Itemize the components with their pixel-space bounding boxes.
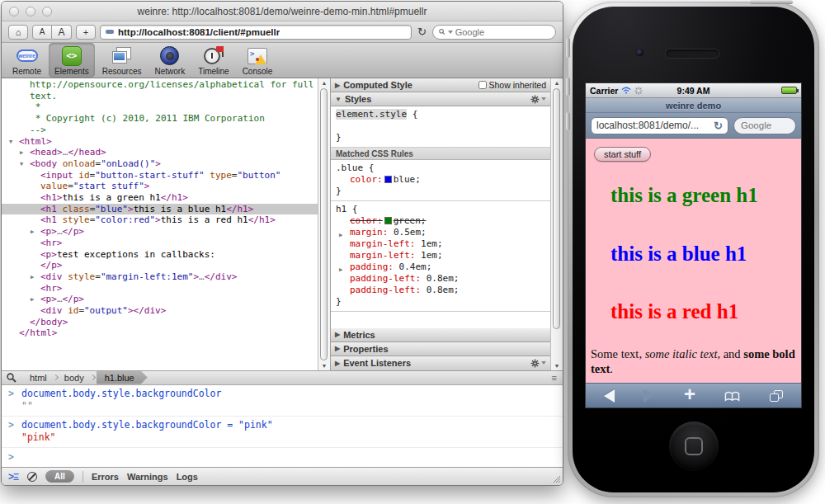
- source-line[interactable]: <p>test exceptions in callbacks:: [2, 249, 318, 261]
- forward-icon[interactable]: [644, 389, 654, 403]
- css-property[interactable]: ▶padding: 0.4em;: [336, 261, 545, 273]
- console-command[interactable]: >document.body.style.backgroundColor: [2, 388, 563, 400]
- disclosure-expanded-icon[interactable]: ▼: [20, 159, 23, 171]
- element-style-rule[interactable]: element.style { }: [331, 106, 550, 148]
- mobile-search-input[interactable]: [741, 120, 789, 130]
- source-line[interactable]: *: [2, 101, 318, 113]
- source-line[interactable]: * Copyright (c) 2010, 2011 IBM Corporati…: [2, 113, 318, 125]
- disclosure-collapsed-icon[interactable]: ▶: [31, 227, 34, 238]
- clear-console-icon[interactable]: [27, 472, 37, 482]
- event-listeners-section[interactable]: ▶ Event Listeners: [331, 356, 550, 370]
- filter-warnings-button[interactable]: Warnings: [127, 472, 168, 482]
- volume-down-button[interactable]: [566, 112, 570, 130]
- styles-section[interactable]: ▼ Styles: [331, 92, 550, 106]
- source-line[interactable]: <input id="button-start-stuff" type="but…: [2, 170, 318, 192]
- tab-remote[interactable]: weinre Remote: [7, 43, 47, 78]
- scrollbar-thumb[interactable]: [553, 88, 560, 329]
- source-line[interactable]: ▶<div style="margin-left:1em">…</div>: [2, 271, 318, 283]
- source-line[interactable]: </html>: [2, 327, 318, 339]
- metrics-section[interactable]: ▶ Metrics: [331, 328, 550, 342]
- source-line[interactable]: ▶<p>…</p>: [2, 294, 318, 305]
- elements-tree-scrollbar[interactable]: ▲ ▼: [318, 78, 330, 370]
- address-bar[interactable]: http://localhost:8081/client/#pmuellr: [100, 25, 412, 40]
- scroll-up-icon[interactable]: ▲: [551, 80, 563, 86]
- new-tab-button[interactable]: +: [76, 25, 96, 40]
- element-style-selector[interactable]: element.style: [336, 109, 407, 120]
- mobile-address-bar[interactable]: localhost:8081/demo/... ↻: [591, 117, 728, 134]
- source-line[interactable]: <h1>this is a green h1</h1>: [2, 192, 318, 204]
- console-drawer-toggle-icon[interactable]: ≡: [552, 373, 558, 383]
- disclosure-expanded-icon[interactable]: ▼: [335, 96, 342, 103]
- home-button[interactable]: ⌂: [8, 25, 28, 40]
- search-input[interactable]: [455, 27, 549, 37]
- css-rule[interactable]: h1 {color:green;▶margin: 0.5em;margin-le…: [331, 201, 550, 312]
- bookmarks-icon[interactable]: [724, 390, 740, 402]
- add-bookmark-icon[interactable]: +: [684, 384, 695, 404]
- search-options-caret-icon[interactable]: [448, 31, 453, 34]
- show-console-icon[interactable]: >Ξ: [8, 471, 19, 483]
- disclosure-collapsed-icon[interactable]: ▶: [31, 272, 34, 284]
- css-property[interactable]: margin-left: 1em;: [336, 238, 545, 250]
- event-listeners-gear-menu[interactable]: [530, 359, 546, 368]
- scroll-down-icon[interactable]: ▼: [551, 363, 563, 369]
- source-line[interactable]: <hr>: [2, 238, 318, 249]
- tab-timeline[interactable]: Timeline: [192, 43, 234, 78]
- source-line[interactable]: <hr>: [2, 283, 318, 294]
- source-line[interactable]: </body>: [2, 317, 318, 328]
- source-line[interactable]: <div id="output"></div>: [2, 305, 318, 317]
- tab-resources[interactable]: Resources: [97, 43, 148, 78]
- source-line[interactable]: ▼<html>: [2, 136, 318, 148]
- tab-elements[interactable]: <> Elements: [49, 43, 95, 78]
- css-property[interactable]: color:green;: [336, 215, 545, 227]
- source-line[interactable]: -->: [2, 125, 318, 136]
- scroll-up-icon[interactable]: ▲: [318, 80, 330, 86]
- console-prompt[interactable]: >: [2, 448, 563, 451]
- browser-search-field[interactable]: [432, 25, 556, 40]
- source-line[interactable]: ▶<p>…</p>: [2, 226, 318, 238]
- disclosure-collapsed-icon[interactable]: ▶: [335, 345, 340, 352]
- pages-icon[interactable]: [770, 390, 783, 402]
- disclosure-collapsed-icon[interactable]: ▶: [335, 360, 340, 367]
- styles-gear-menu[interactable]: [530, 95, 546, 104]
- power-button[interactable]: [750, 0, 793, 4]
- css-property[interactable]: color:blue;: [336, 174, 545, 186]
- disclosure-collapsed-icon[interactable]: ▶: [335, 82, 340, 89]
- filter-errors-button[interactable]: Errors: [92, 472, 119, 482]
- css-rule[interactable]: .blue {color:blue;}: [331, 160, 550, 201]
- breadcrumb-item-html[interactable]: html: [25, 372, 52, 384]
- source-line[interactable]: <h1 class="blue">this is a blue h1</h1>: [2, 204, 318, 215]
- search-icon[interactable]: [7, 373, 16, 383]
- tab-network[interactable]: Network: [149, 43, 191, 78]
- start-stuff-button[interactable]: start stuff: [594, 147, 651, 162]
- filter-all-button[interactable]: All: [45, 470, 74, 483]
- css-property[interactable]: padding-left: 0.8em;: [336, 273, 545, 285]
- source-line[interactable]: ▶<head>…</head>: [2, 147, 318, 158]
- font-smaller-button[interactable]: A: [32, 25, 52, 40]
- source-line[interactable]: <h1 style="color:red">this is a red h1</…: [2, 214, 318, 226]
- styles-scrollbar[interactable]: ▲ ▼: [550, 78, 563, 370]
- show-inherited-checkbox[interactable]: [478, 81, 487, 89]
- volume-up-button[interactable]: [566, 78, 570, 96]
- disclosure-collapsed-icon[interactable]: ▶: [31, 294, 34, 306]
- disclosure-expanded-icon[interactable]: ▼: [9, 137, 12, 148]
- font-larger-button[interactable]: A: [52, 25, 72, 40]
- css-property[interactable]: padding-left: 0.8em;: [336, 285, 545, 296]
- disclosure-collapsed-icon[interactable]: ▶: [335, 331, 340, 338]
- mute-switch[interactable]: [566, 38, 570, 58]
- console-panel[interactable]: >document.body.style.backgroundColor"">d…: [2, 385, 563, 468]
- mobile-search-field[interactable]: [733, 117, 796, 134]
- window-titlebar[interactable]: weinre: http://localhost:8081/demo/weinr…: [2, 2, 563, 21]
- properties-section[interactable]: ▶ Properties: [331, 342, 550, 356]
- source-line[interactable]: ▼<body onload="onLoad()">: [2, 158, 318, 170]
- mobile-reload-icon[interactable]: ↻: [714, 120, 723, 132]
- css-property[interactable]: margin-left: 1em;: [336, 250, 545, 261]
- disclosure-collapsed-icon[interactable]: ▶: [20, 148, 23, 159]
- scroll-down-icon[interactable]: ▼: [318, 363, 330, 369]
- scrollbar-thumb[interactable]: [320, 88, 328, 360]
- breadcrumb-item-h1.blue[interactable]: h1.blue: [97, 371, 148, 384]
- computed-style-section[interactable]: ▶ Computed Style Show inherited: [331, 78, 550, 92]
- css-property[interactable]: ▶margin: 0.5em;: [336, 227, 545, 238]
- console-command[interactable]: >document.body.style.backgroundColor = "…: [2, 419, 563, 431]
- breadcrumb-item-body[interactable]: body: [59, 372, 89, 384]
- resize-grip-icon[interactable]: [551, 473, 561, 483]
